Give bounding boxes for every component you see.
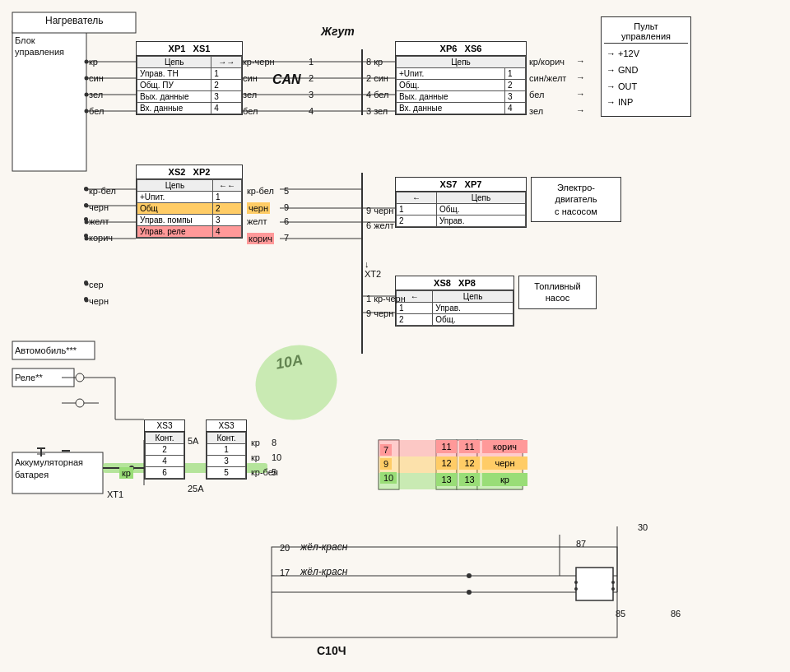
xp6-row4-num: 4 [505,103,526,114]
xs2-wire-krbel: кр-бел [247,186,274,196]
xs2-left-chern: черн [89,202,109,212]
num-3: 3 [309,90,314,100]
xs2-row4-num: 4 [212,226,241,238]
pult-connections: → +12V → GND → OUT → INP [604,44,688,114]
bottom-num-7: 7 [380,444,392,456]
xs3-right-box: ХS3 Конт. 1 3 5 [206,419,247,480]
wire-sin: син [89,73,104,83]
toplivny-nasos-title: Топливныйнасос [522,279,593,306]
xs3-left-title: ХS3 [145,420,184,432]
zhgut-label: Жгут [321,25,355,38]
wire-kr-chern: кр-черн [243,57,275,67]
xt1-label: XT1 [107,489,123,499]
num-2: 2 [309,73,314,83]
xp1-row1-name: Управ. ТН [137,68,211,80]
xp6-wire-3zel: 3 зел [366,106,388,116]
xs8xp8-box: ХS8 ХР8 ← Цепь 1 Управ. 2 Общ. [395,276,514,327]
xs3-right-row1: 1 [207,444,246,456]
xp6-row3-num: 3 [505,91,526,103]
5a-label: 5А [188,436,198,446]
xs7-col-arrow: ← [397,192,437,204]
green-blob [245,334,348,432]
xs3-right-row5: 5 [207,467,246,479]
xs2-row1-name: +Uпит. [137,192,213,203]
xs7-left-6zelt: 6 желт [366,220,394,230]
xs2-wire-zelt: желт [247,216,267,226]
xs8-col-tsep: Цепь [433,291,514,303]
xs7-row2-num: 2 [397,216,437,227]
svg-point-77 [574,581,578,584]
pin-5: 5 [284,186,289,196]
xs8-row1-name: Управ. [433,303,514,314]
bottom-mid2-12: 12 [459,456,480,470]
rele-label: Реле** [15,373,43,382]
xs8-left-9chern: 9 черн [366,308,393,318]
wire-sin2: син [243,73,258,83]
pult-box: Пультуправления → +12V → GND → OUT → INP [601,16,691,117]
xs2-col-arrow: ←← [212,180,241,192]
pin-9: 9 [284,202,289,212]
dot6 [84,297,88,301]
wire-label-20: жёл-красн [300,541,347,553]
xs2-row4-name: Управ. реле [137,226,213,238]
xs3r-wire-kr2: кр [251,452,260,462]
xp1xs1-title: ХР1 ХS1 [137,42,242,56]
arrow-gnd: → [576,72,585,82]
xs2-row2-name: Общ [137,203,213,215]
avtomobil-label: Автомобиль*** [15,345,77,355]
xs8-row1-num: 1 [397,303,433,314]
svg-point-79 [611,581,615,584]
xp6-wire-4bel: 4 бел [366,90,389,100]
num-4: 4 [309,106,314,116]
diagram: Нагреватель Блокуправления кр син зел бе… [0,0,790,672]
dot1 [84,187,88,191]
xp6-wire-8kr: 8 кр [366,57,383,67]
xs2-left-zelt: желт [89,216,109,226]
blok-upravleniya-label: Блокуправления [15,35,64,58]
xp6-row2-num: 2 [505,80,526,91]
bottom-num-20: 20 [280,543,290,553]
elektrodvigatel-box: Электро-двигательс насосом [531,177,621,222]
xp1-row1-num: 1 [211,68,242,80]
bottom-wire-chern: черн [482,456,527,470]
xs3-right-title: ХS3 [207,420,246,432]
xs3r-wire-kr: кр [251,438,260,447]
xs3-left-row4: 4 [146,456,184,467]
xp1-col-arrow: →→ [211,57,242,68]
pin-7: 7 [284,233,289,243]
arrow-12v: → [576,56,585,66]
xs3r-pin8: 8 [272,438,276,447]
relay-num-85: 85 [616,609,625,619]
xs3-left-box: ХS3 Конт. 2 4 6 [144,419,185,480]
xs7-row1-num: 1 [397,204,437,216]
arrow-out: → [576,89,585,99]
xp6-col-tsep: Цепь [397,57,526,68]
xp1-col-tsep: Цепь [137,57,211,68]
svg-point-43 [76,399,84,407]
relay-num-87: 87 [576,539,586,549]
xp1-row4-name: Вх. данные [137,103,211,114]
xp1-row2-name: Общ. ПУ [137,80,211,91]
xp6-row3-name: Вых. данные [397,91,505,103]
svg-point-78 [574,587,578,591]
wire-bel: бел [89,106,104,116]
xp6-right-krkoric: кр/корич [529,57,565,67]
svg-point-69 [467,590,472,595]
xs2-left-korich: корич [89,233,113,243]
wire-label-17: жёл-красн [300,566,347,577]
bottom-mid1-11: 11 [436,440,457,453]
xp1xs1-box: ХР1 ХS1 Цепь →→ Управ. ТН 1 Общ. ПУ 2 Вы… [136,41,243,115]
xp1-row4-num: 4 [211,103,242,114]
can-label: CAN [272,72,301,87]
svg-point-11 [85,76,89,81]
xs7xp7-box: ХS7 ХР7 ← Цепь 1 Общ. 2 Управ. [395,177,527,228]
xp6-wire-2sin: 2 син [366,73,388,83]
svg-point-13 [85,109,89,114]
svg-rect-65 [272,547,617,637]
toplivny-nasos-box: Топливныйнасос [518,276,597,309]
xs7-col-tsep: Цепь [436,192,525,204]
xs8xp8-title: ХS8 ХР8 [396,276,514,290]
xp6xs6-title: ХР6 ХS6 [396,42,526,56]
xs2-row3-num: 3 [212,215,241,226]
dot4 [84,234,88,238]
